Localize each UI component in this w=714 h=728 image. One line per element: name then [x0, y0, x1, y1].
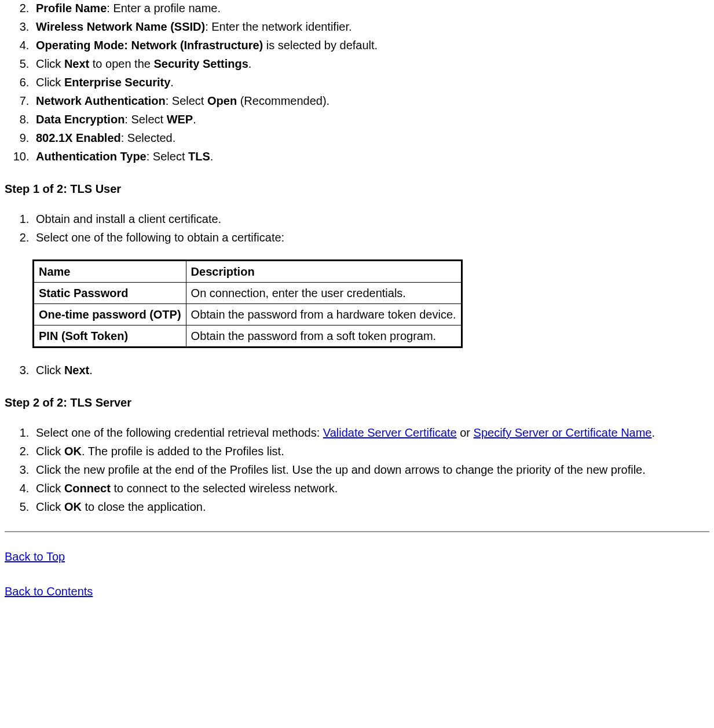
field-label: Data Encryption — [36, 113, 125, 126]
specify-server-or-certificate-name-link[interactable]: Specify Server or Certificate Name — [474, 426, 652, 439]
list-item: Select one of the following to obtain a … — [32, 229, 709, 246]
value-label: WEP — [167, 113, 193, 126]
table-cell-description: Obtain the password from a soft token pr… — [186, 325, 462, 347]
list-item: Authentication Type: Select TLS. — [32, 148, 709, 164]
list-item: Click Next to open the Security Settings… — [32, 56, 709, 72]
text: . The profile is added to the Profiles l… — [82, 445, 284, 458]
list-item: Profile Name: Enter a profile name. — [32, 0, 709, 16]
field-label: Profile Name — [36, 2, 107, 14]
table-row: One-time password (OTP) Obtain the passw… — [34, 304, 462, 325]
field-text: : Enter a profile name. — [107, 2, 221, 14]
list-item: Click OK. The profile is added to the Pr… — [32, 443, 709, 459]
action-label: OK — [64, 500, 82, 513]
list-item: Network Authentication: Select Open (Rec… — [32, 93, 709, 109]
list-item: Click Next. — [32, 362, 709, 378]
table-cell-name: Static Password — [34, 283, 186, 304]
list-item: Select one of the following credential r… — [32, 425, 709, 441]
text: to open the — [89, 57, 153, 70]
text: Click — [36, 57, 64, 70]
text: : Select — [147, 150, 188, 163]
table-row: PIN (Soft Token) Obtain the password fro… — [34, 325, 462, 347]
text: . — [193, 113, 196, 126]
step1-list: Obtain and install a client certificate.… — [5, 211, 709, 246]
step1-list-continued: Click Next. — [5, 362, 709, 378]
action-label: Next — [64, 57, 89, 70]
text: to close the application. — [82, 500, 206, 513]
action-label: Next — [64, 364, 89, 376]
table-cell-description: Obtain the password from a hardware toke… — [186, 304, 462, 325]
text: Click — [36, 500, 64, 513]
back-to-contents-link[interactable]: Back to Contents — [5, 585, 93, 598]
table-header-description: Description — [186, 261, 462, 283]
text: Select one of the following credential r… — [36, 426, 323, 439]
text: Click — [36, 76, 64, 89]
text: or — [457, 426, 474, 439]
step2-heading: Step 2 of 2: TLS Server — [5, 394, 709, 411]
table-cell-description: On connection, enter the user credential… — [186, 283, 462, 304]
table-row: Static Password On connection, enter the… — [34, 283, 462, 304]
list-item: Click Connect to connect to the selected… — [32, 480, 709, 496]
validate-server-certificate-link[interactable]: Validate Server Certificate — [323, 426, 457, 439]
list-item: Click OK to close the application. — [32, 499, 709, 515]
list-item: Operating Mode: Network (Infrastructure)… — [32, 37, 709, 53]
text: . — [651, 426, 655, 439]
field-label: Wireless Network Name (SSID) — [36, 20, 205, 33]
field-label: Authentication Type — [36, 150, 147, 163]
text: . — [248, 57, 252, 70]
action-label: Enterprise Security — [64, 76, 170, 89]
text: Click — [36, 445, 64, 458]
text: : Select — [125, 113, 166, 126]
field-text: : Enter the network identifier. — [205, 20, 351, 33]
field-label: Operating Mode: Network (Infrastructure) — [36, 39, 263, 52]
intro-steps-list: Profile Name: Enter a profile name. Wire… — [5, 0, 709, 164]
section-divider — [5, 531, 709, 532]
list-item: Click the new profile at the end of the … — [32, 462, 709, 478]
table-header-row: Name Description — [34, 261, 462, 283]
certificate-options-table: Name Description Static Password On conn… — [32, 259, 463, 348]
value-label: Open — [207, 94, 237, 107]
list-item: Obtain and install a client certificate. — [32, 211, 709, 227]
action-label: OK — [64, 445, 82, 458]
field-text: : Selected. — [121, 131, 176, 144]
step1-heading: Step 1 of 2: TLS User — [5, 181, 709, 197]
step2-list: Select one of the following credential r… — [5, 425, 709, 515]
text: Click — [36, 364, 64, 376]
text: Click — [36, 482, 64, 495]
field-text: is selected by default. — [263, 39, 378, 52]
back-to-top-link[interactable]: Back to Top — [5, 550, 65, 563]
text: to connect to the selected wireless netw… — [111, 482, 338, 495]
table-cell-name: PIN (Soft Token) — [34, 325, 186, 347]
text: (Recommended). — [237, 94, 329, 107]
field-label: 802.1X Enabled — [36, 131, 121, 144]
text: . — [210, 150, 214, 163]
table-header-name: Name — [34, 261, 186, 283]
list-item: Wireless Network Name (SSID): Enter the … — [32, 19, 709, 35]
text: . — [89, 364, 93, 376]
value-label: TLS — [188, 150, 210, 163]
action-label: Connect — [64, 482, 111, 495]
table-cell-name: One-time password (OTP) — [34, 304, 186, 325]
list-item: 802.1X Enabled: Selected. — [32, 130, 709, 146]
text: . — [170, 76, 174, 89]
list-item: Data Encryption: Select WEP. — [32, 111, 709, 127]
field-label: Network Authentication — [36, 94, 166, 107]
text: : Select — [166, 94, 207, 107]
target-label: Security Settings — [153, 57, 248, 70]
list-item: Click Enterprise Security. — [32, 74, 709, 90]
